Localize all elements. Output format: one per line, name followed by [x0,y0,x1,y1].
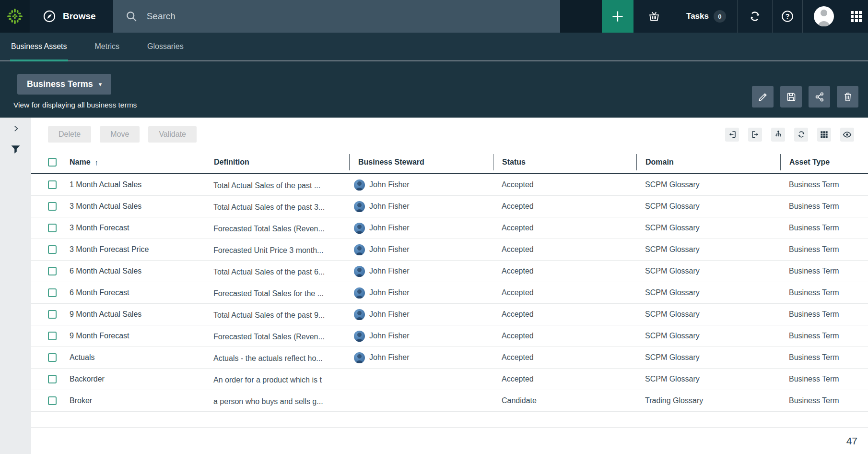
filter-button[interactable] [8,142,24,156]
cell-asset-type: Business Term [780,267,868,275]
app-logo[interactable] [0,0,30,33]
cell-status: Accepted [493,288,636,297]
row-checkbox[interactable] [48,396,57,405]
user-menu-button[interactable] [803,0,845,33]
data-basket-button[interactable] [633,0,675,33]
browse-button[interactable]: Browse [30,0,113,33]
move-button[interactable]: Move [100,126,140,143]
row-checkbox[interactable] [48,310,57,319]
sync-icon [748,9,762,24]
preview-button[interactable] [840,128,854,142]
cell-status: Accepted [493,202,636,211]
row-checkbox[interactable] [48,202,57,211]
grid-view-button[interactable] [817,128,831,142]
table-row[interactable]: 3 Month Forecast Forecasted Total Sales … [31,217,868,239]
edit-view-button[interactable] [752,86,774,108]
tab-glossaries[interactable]: Glossaries [147,33,184,60]
cell-asset-type: Business Term [780,332,868,340]
cell-domain: SCPM Glossary [636,224,780,232]
import-button[interactable] [725,128,739,142]
total-count: 47 [846,435,857,447]
cell-domain: SCPM Glossary [636,267,780,275]
row-checkbox[interactable] [48,224,57,232]
apps-menu-button[interactable] [845,0,868,33]
view-title: Business Terms [27,79,93,89]
row-checkbox[interactable] [48,353,57,362]
cell-status: Candidate [493,396,636,405]
table-row[interactable]: 6 Month Actual Sales Total Actual Sales … [31,261,868,282]
share-view-button[interactable] [809,86,830,108]
row-checkbox[interactable] [48,375,57,383]
cell-domain: SCPM Glossary [636,202,780,211]
delete-button[interactable]: Delete [48,126,91,143]
column-header-definition[interactable]: Definition [205,154,349,170]
search-placeholder: Search [147,11,176,22]
help-button[interactable]: ? [773,0,802,33]
view-subtitle: View for displaying all business terms [13,101,137,109]
cell-definition: Actuals - the actuals reflect ho... [205,354,349,363]
cell-domain: SCPM Glossary [636,375,780,383]
filter-funnel-icon [10,143,22,155]
view-selector-button[interactable]: Business Terms ▾ [17,74,111,95]
table-row[interactable]: 9 Month Actual Sales Total Actual Sales … [31,304,868,325]
tab-business-assets[interactable]: Business Assets [11,33,67,60]
steward-avatar [354,331,365,342]
table-row[interactable]: 1 Month Actual Sales Total Actual Sales … [31,174,868,196]
select-all-checkbox[interactable] [48,158,57,167]
cell-name: 9 Month Actual Sales [70,310,205,319]
delete-view-button[interactable] [837,86,858,108]
cell-business-steward: John Fisher [349,244,493,255]
cell-asset-type: Business Term [780,180,868,189]
table-row[interactable]: 3 Month Forecast Price Forecasted Unit P… [31,239,868,261]
refresh-button[interactable] [794,128,808,142]
steward-avatar [354,266,365,277]
user-avatar [814,6,834,26]
table-row[interactable]: 3 Month Actual Sales Total Actual Sales … [31,196,868,217]
column-header-business-steward[interactable]: Business Steward [349,154,493,170]
tab-metrics[interactable]: Metrics [95,33,120,60]
cell-name: Actuals [70,353,205,362]
cell-asset-type: Business Term [780,353,868,362]
cell-name: 1 Month Actual Sales [70,180,205,189]
table-row[interactable]: Actuals Actuals - the actuals reflect ho… [31,347,868,369]
tasks-button[interactable]: Tasks 0 [675,0,737,33]
create-asset-button[interactable] [602,0,633,33]
cell-status: Accepted [493,332,636,340]
table-row[interactable]: 6 Month Forecast Forecasted Total Sales … [31,282,868,304]
row-checkbox[interactable] [48,288,57,297]
table-row[interactable]: 9 Month Forecast Forecasted Total Sales … [31,325,868,347]
table-row[interactable]: Broker a person who buys and sells g... … [31,390,868,412]
column-label: Domain [645,158,674,167]
search-input[interactable]: Search [113,0,560,33]
row-checkbox[interactable] [48,267,57,275]
export-button[interactable] [748,128,762,142]
cell-business-steward: John Fisher [349,331,493,342]
pencil-icon [757,91,769,103]
tasks-count-badge: 0 [714,10,726,23]
row-checkbox[interactable] [48,245,57,254]
save-view-button[interactable] [780,86,802,108]
sync-button[interactable] [738,0,772,33]
cell-definition: Forecasted Total Sales (Reven... [205,225,349,233]
validate-button[interactable]: Validate [148,126,197,143]
table-row[interactable]: Backorder An order for a product which i… [31,369,868,390]
left-sidebar [0,118,31,454]
plus-icon [610,9,625,24]
column-header-status[interactable]: Status [493,154,636,170]
cell-status: Accepted [493,180,636,189]
cell-name: 6 Month Forecast [70,288,205,297]
refresh-icon [797,130,806,139]
row-checkbox[interactable] [48,180,57,189]
cell-status: Accepted [493,353,636,362]
cell-definition: Total Actual Sales of the past ... [205,181,349,190]
steward-avatar [354,352,365,363]
cell-domain: SCPM Glossary [636,353,780,362]
column-header-asset-type[interactable]: Asset Type [780,154,868,170]
cell-business-steward: John Fisher [349,352,493,363]
expand-panel-button[interactable] [8,121,24,136]
hierarchy-view-button[interactable] [771,128,785,142]
column-header-domain[interactable]: Domain [636,154,780,170]
row-checkbox[interactable] [48,332,57,340]
steward-avatar [354,223,365,234]
column-header-name[interactable]: Name ↑ [70,154,205,170]
